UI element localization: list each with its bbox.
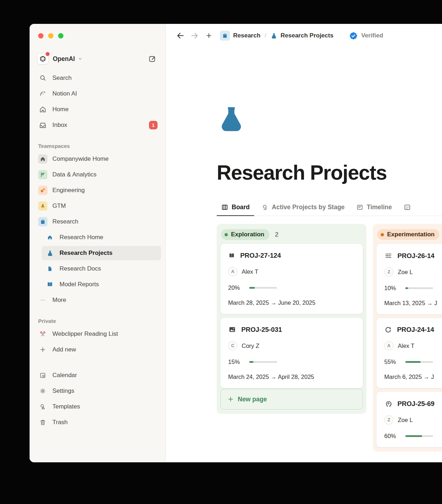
house-filled-icon	[38, 154, 47, 164]
new-page-topbar-button[interactable]	[203, 30, 215, 42]
sidebar-item-label: Notion AI	[52, 90, 77, 97]
progress-percent: 60%	[384, 433, 401, 439]
sidebar-item-label: Research Home	[60, 234, 103, 241]
tab-timeline[interactable]: Timeline	[352, 200, 396, 216]
new-page-button[interactable]: New page	[220, 389, 363, 410]
avatar: A	[384, 341, 394, 350]
verified-label: Verified	[361, 32, 383, 39]
board-icon	[221, 204, 228, 211]
progress-row: 60%	[384, 433, 442, 439]
project-card-proj-25-69[interactable]: PROJ-25-69ZZoe L60%	[376, 392, 442, 447]
project-card-proj-27-124[interactable]: PROJ-27-124AAlex T20%March 28, 2025 → Ju…	[220, 244, 363, 314]
card-title-row: PROJ-27-124	[228, 252, 355, 259]
sidebar-item-home[interactable]: Home	[35, 102, 161, 117]
sliders-icon	[384, 252, 392, 260]
sidebar-item-label: Templates	[52, 403, 80, 410]
more-icon	[38, 295, 47, 305]
sidebar-item-research-projects[interactable]: Research Projects	[42, 246, 161, 260]
templates-icon	[38, 402, 47, 411]
svg-text:3: 3	[43, 375, 43, 377]
assignee-row: CCory Z	[228, 341, 355, 350]
inbox-count-badge: 1	[149, 121, 158, 129]
progress-bar	[405, 361, 433, 363]
tab-board[interactable]: Board	[217, 200, 254, 216]
view-tabs: BoardActive Projects by StageTimeline	[217, 200, 442, 216]
sidebar-item-label: Engineering	[52, 187, 85, 194]
sidebar-item-gtm[interactable]: GTM	[35, 199, 161, 213]
progress-percent: 55%	[384, 359, 401, 365]
column-cards: PROJ-27-124AAlex T20%March 28, 2025 → Ju…	[220, 244, 363, 388]
chart-icon	[38, 170, 47, 179]
sidebar-item-search[interactable]: Search	[35, 71, 161, 85]
tab-active-projects-by-stage[interactable]: Active Projects by Stage	[257, 200, 349, 216]
card-title-row: PROJ-26-14	[384, 252, 442, 260]
page-title: Research Projects	[217, 161, 442, 184]
calendar-3-icon: 3	[38, 371, 47, 380]
sidebar-item-webclipper-reading-list[interactable]: Webclipper Reading List	[35, 327, 161, 341]
project-card-proj-25-031[interactable]: PROJ-25-031CCory Z15%March 24, 2025 → Ap…	[220, 318, 363, 388]
doc-icon	[45, 264, 55, 273]
head-icon	[384, 400, 392, 408]
project-card-proj-24-14[interactable]: PROJ-24-14AAlex T55%March 6, 2025 → J	[376, 318, 442, 388]
breadcrumb-item[interactable]: Research Projects	[271, 32, 333, 39]
loupe-arrow-icon	[261, 204, 269, 211]
close-window-button[interactable]	[38, 33, 43, 38]
card-id: PROJ-25-69	[397, 400, 435, 408]
progress-fill	[405, 287, 408, 289]
progress-fill	[405, 435, 422, 437]
openai-logo-icon	[37, 53, 48, 64]
sidebar-item-research-docs[interactable]: Research Docs	[42, 262, 161, 276]
column-header[interactable]: Exploration2	[220, 227, 363, 244]
sidebar-item-inbox[interactable]: Inbox1	[35, 118, 161, 132]
progress-fill	[405, 361, 421, 363]
sidebar-item-companywide-home[interactable]: Companywide Home	[35, 152, 161, 166]
sidebar-item-add-new[interactable]: Add new	[35, 343, 161, 357]
topbar: Research/Research Projects Verified	[166, 24, 442, 47]
flask-page-icon[interactable]	[217, 104, 442, 134]
avatar: C	[228, 341, 237, 350]
sidebar-item-trash[interactable]: Trash	[35, 415, 161, 430]
verified-badge: Verified	[349, 31, 383, 40]
column-cards: PROJ-26-14ZZoe L10%March 13, 2025 → JPRO…	[376, 244, 442, 447]
app-window: OpenAI SearchNotion AIHomeInbox1 Teamspa…	[30, 24, 442, 462]
assignee-row: AAlex T	[228, 267, 355, 276]
minimize-window-button[interactable]	[48, 33, 53, 38]
maximize-window-button[interactable]	[58, 33, 63, 38]
back-button[interactable]	[174, 30, 186, 42]
sidebar-item-label: Research Docs	[60, 265, 101, 272]
notion-ai-icon	[38, 89, 47, 98]
progress-bar	[405, 435, 433, 437]
column-header[interactable]: Experimentation	[376, 227, 442, 244]
status-pill: Experimentation	[377, 229, 440, 240]
book-open-icon	[45, 280, 55, 289]
breadcrumb-label: Research Projects	[281, 32, 333, 39]
card-id: PROJ-25-031	[241, 326, 282, 334]
workspace-name: OpenAI	[53, 55, 75, 63]
assignee-row: ZZoe L	[384, 415, 442, 425]
sidebar-item-calendar[interactable]: 3Calendar	[35, 368, 161, 382]
forward-button[interactable]	[189, 30, 201, 42]
breadcrumb-item[interactable]: Research	[220, 31, 261, 41]
book-open-icon	[228, 252, 235, 259]
clipboard-icon	[38, 217, 47, 226]
compose-icon[interactable]	[146, 53, 158, 65]
sidebar-item-engineering[interactable]: Engineering	[35, 183, 161, 197]
tab-calendar[interactable]	[399, 200, 415, 216]
sidebar-item-research-home[interactable]: Research Home	[42, 230, 161, 245]
sidebar-item-model-reports[interactable]: Model Reports	[42, 277, 161, 292]
sidebar-item-notion-ai[interactable]: Notion AI	[35, 87, 161, 101]
plus-icon	[227, 396, 234, 403]
main-area: Research/Research Projects Verified Rese…	[166, 24, 442, 462]
sidebar-item-data-analytics[interactable]: Data & Analytics	[35, 168, 161, 182]
workspace-switcher[interactable]: OpenAI	[37, 52, 158, 66]
sidebar-item-templates[interactable]: Templates	[35, 400, 161, 414]
assignee-name: Zoe L	[398, 269, 413, 276]
sidebar-item-more[interactable]: More	[35, 293, 161, 307]
project-card-proj-26-14[interactable]: PROJ-26-14ZZoe L10%March 13, 2025 → J	[376, 244, 442, 314]
verified-icon	[349, 31, 358, 40]
sidebar-item-research[interactable]: Research	[35, 215, 161, 229]
trash-icon	[38, 418, 47, 427]
board-column-exploration: Exploration2PROJ-27-124AAlex T20%March 2…	[217, 224, 366, 414]
teamspaces-section-label: Teamspaces	[38, 143, 157, 149]
sidebar-item-settings[interactable]: Settings	[35, 384, 161, 398]
